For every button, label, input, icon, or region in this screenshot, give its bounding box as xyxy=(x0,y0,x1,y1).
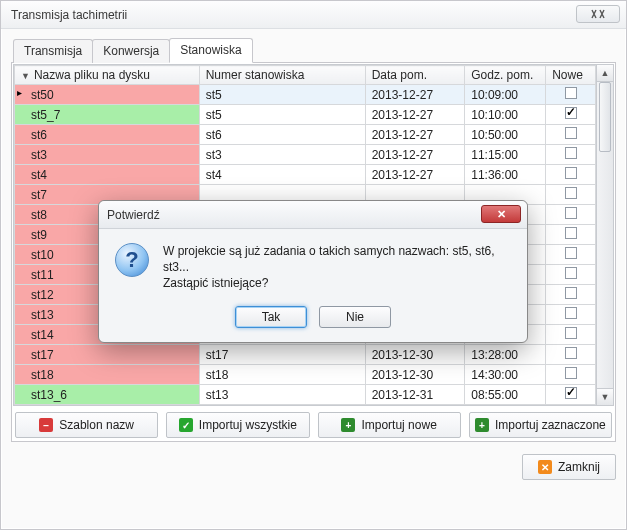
checkbox[interactable] xyxy=(565,287,577,299)
current-row-icon: ▸ xyxy=(17,87,22,98)
table-row[interactable]: st5_7st52013-12-2710:10:00 xyxy=(15,105,596,125)
checkbox[interactable] xyxy=(565,327,577,339)
cell-new[interactable] xyxy=(546,285,596,305)
cell-value: st12 xyxy=(31,288,54,302)
cell-station[interactable]: st3 xyxy=(199,145,365,165)
checkbox[interactable] xyxy=(565,267,577,279)
dialog-close-button[interactable]: ✕ xyxy=(481,205,521,223)
cell-new[interactable] xyxy=(546,245,596,265)
col-header-file[interactable]: ▼Nazwa pliku na dysku xyxy=(15,66,200,85)
table-row[interactable]: st3st32013-12-2711:15:00 xyxy=(15,145,596,165)
cell-date[interactable]: 2013-12-27 xyxy=(365,105,465,125)
cell-file[interactable]: st13_6 xyxy=(15,385,200,405)
cell-date[interactable]: 2013-12-27 xyxy=(365,85,465,105)
cell-new[interactable] xyxy=(546,205,596,225)
cell-station[interactable]: st18 xyxy=(199,365,365,385)
cell-new[interactable] xyxy=(546,265,596,285)
cell-new[interactable] xyxy=(546,105,596,125)
tab-konwersja[interactable]: Konwersja xyxy=(92,39,170,63)
cell-new[interactable] xyxy=(546,145,596,165)
cell-date[interactable]: 2013-12-30 xyxy=(365,345,465,365)
checkbox[interactable] xyxy=(565,167,577,179)
checkbox[interactable] xyxy=(565,127,577,139)
cell-date[interactable]: 2013-12-27 xyxy=(365,125,465,145)
cell-new[interactable] xyxy=(546,165,596,185)
cell-new[interactable] xyxy=(546,325,596,345)
cell-station[interactable]: st5 xyxy=(199,85,365,105)
cell-station[interactable]: st6 xyxy=(199,125,365,145)
minus-icon: − xyxy=(39,418,53,432)
cell-time[interactable]: 14:30:00 xyxy=(465,365,546,385)
cell-file[interactable]: st17 xyxy=(15,345,200,365)
check-icon: ✓ xyxy=(179,418,193,432)
cell-new[interactable] xyxy=(546,385,596,405)
cell-date[interactable]: 2013-12-27 xyxy=(365,165,465,185)
cell-time[interactable]: 13:28:00 xyxy=(465,345,546,365)
cell-time[interactable]: 10:10:00 xyxy=(465,105,546,125)
tab-transmisja[interactable]: Transmisja xyxy=(13,39,93,63)
cell-time[interactable]: 11:15:00 xyxy=(465,145,546,165)
cell-station[interactable]: st17 xyxy=(199,345,365,365)
import-selected-button[interactable]: + Importuj zaznaczone xyxy=(469,412,612,438)
vertical-scrollbar[interactable]: ▲ ▼ xyxy=(597,64,614,406)
col-header-time[interactable]: Godz. pom. xyxy=(465,66,546,85)
table-row[interactable]: st6st62013-12-2710:50:00 xyxy=(15,125,596,145)
col-header-new[interactable]: Nowe xyxy=(546,66,596,85)
table-row[interactable]: st17st172013-12-3013:28:00 xyxy=(15,345,596,365)
tab-label: Konwersja xyxy=(103,44,159,58)
cell-new[interactable] xyxy=(546,345,596,365)
scroll-down-button[interactable]: ▼ xyxy=(597,388,613,405)
table-row[interactable]: st13_6st132013-12-3108:55:00 xyxy=(15,385,596,405)
close-button[interactable]: ✕ Zamknij xyxy=(522,454,616,480)
cell-new[interactable] xyxy=(546,185,596,205)
cell-station[interactable]: st4 xyxy=(199,165,365,185)
import-new-button[interactable]: + Importuj nowe xyxy=(318,412,461,438)
cell-new[interactable] xyxy=(546,85,596,105)
checkbox[interactable] xyxy=(565,227,577,239)
cell-new[interactable] xyxy=(546,125,596,145)
cell-file[interactable]: st6 xyxy=(15,125,200,145)
import-all-button[interactable]: ✓ Importuj wszystkie xyxy=(166,412,309,438)
scroll-up-button[interactable]: ▲ xyxy=(597,65,613,82)
cell-value: st5_7 xyxy=(31,108,60,122)
dialog-yes-button[interactable]: Tak xyxy=(235,306,307,328)
col-header-date[interactable]: Data pom. xyxy=(365,66,465,85)
checkbox[interactable] xyxy=(565,87,577,99)
checkbox[interactable] xyxy=(565,367,577,379)
scroll-thumb[interactable] xyxy=(599,82,611,152)
cell-station[interactable]: st5 xyxy=(199,105,365,125)
checkbox[interactable] xyxy=(565,147,577,159)
window-close-button[interactable] xyxy=(576,5,620,23)
cell-new[interactable] xyxy=(546,305,596,325)
cell-date[interactable]: 2013-12-30 xyxy=(365,365,465,385)
cell-file[interactable]: st18 xyxy=(15,365,200,385)
table-row[interactable]: ▸st50st52013-12-2710:09:00 xyxy=(15,85,596,105)
cell-date[interactable]: 2013-12-31 xyxy=(365,385,465,405)
col-header-station[interactable]: Numer stanowiska xyxy=(199,66,365,85)
checkbox[interactable] xyxy=(565,247,577,259)
cell-file[interactable]: st5_7 xyxy=(15,105,200,125)
cell-new[interactable] xyxy=(546,365,596,385)
table-row[interactable]: st4st42013-12-2711:36:00 xyxy=(15,165,596,185)
scroll-track[interactable] xyxy=(597,82,613,388)
cell-time[interactable]: 08:55:00 xyxy=(465,385,546,405)
dialog-no-button[interactable]: Nie xyxy=(319,306,391,328)
checkbox[interactable] xyxy=(565,187,577,199)
cell-new[interactable] xyxy=(546,225,596,245)
checkbox[interactable] xyxy=(565,107,577,119)
cell-file[interactable]: st3 xyxy=(15,145,200,165)
cell-time[interactable]: 11:36:00 xyxy=(465,165,546,185)
cell-file[interactable]: st4 xyxy=(15,165,200,185)
cell-time[interactable]: 10:50:00 xyxy=(465,125,546,145)
checkbox[interactable] xyxy=(565,347,577,359)
checkbox[interactable] xyxy=(565,307,577,319)
checkbox[interactable] xyxy=(565,207,577,219)
table-row[interactable]: st18st182013-12-3014:30:00 xyxy=(15,365,596,385)
cell-date[interactable]: 2013-12-27 xyxy=(365,145,465,165)
cell-file[interactable]: ▸st50 xyxy=(15,85,200,105)
checkbox[interactable] xyxy=(565,387,577,399)
template-button[interactable]: − Szablon nazw xyxy=(15,412,158,438)
tab-stanowiska[interactable]: Stanowiska xyxy=(169,38,252,63)
cell-time[interactable]: 10:09:00 xyxy=(465,85,546,105)
cell-station[interactable]: st13 xyxy=(199,385,365,405)
